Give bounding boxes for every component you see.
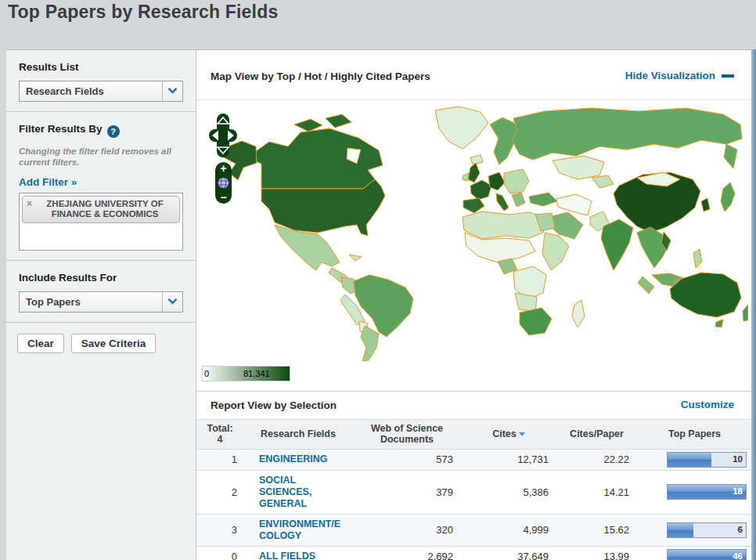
scrollbar-strip[interactable] (751, 49, 756, 560)
cites-per-paper-cell: 22.22 (556, 450, 637, 469)
cites-cell: 4,999 (461, 520, 556, 540)
top-papers-bar: 6 (667, 522, 747, 538)
map-pan-control[interactable] (208, 113, 238, 158)
collapse-minus-icon[interactable] (722, 74, 734, 78)
chevron-down-icon (162, 81, 182, 101)
remove-filter-icon[interactable]: × (27, 199, 32, 209)
map-region-spain (463, 198, 484, 213)
table-row: 0 ALL FIELDS 2,692 37,649 13.99 46 (196, 547, 752, 560)
map-region-madagascar (572, 300, 585, 327)
customize-link[interactable]: Customize (681, 399, 734, 410)
map-region-france (470, 180, 491, 200)
save-criteria-button[interactable]: Save Criteria (71, 334, 157, 353)
field-link[interactable]: ALL FIELDS (259, 551, 315, 560)
chevron-down-icon (162, 292, 182, 312)
filter-tag-label: ZHEJIANG UNIVERSITY OF FINANCE & ECONOMI… (35, 199, 175, 219)
column-header-top-papers[interactable]: Top Papers (637, 425, 752, 443)
filter-section: Filter Results By? Changing the filter f… (6, 112, 196, 261)
table-row: 2 SOCIAL SCIENCES, GENERAL 379 5,386 14.… (196, 471, 752, 515)
map-region-japan (721, 182, 735, 211)
documents-cell: 573 (353, 450, 461, 469)
report-table: Total: 4 Research Fields Web of Science … (196, 419, 752, 560)
cites-cell: 5,386 (461, 482, 556, 502)
field-link[interactable]: ENVIRONMENT/ECOLOGY (259, 518, 340, 541)
sort-caret-icon (519, 432, 525, 436)
field-cell: ENGINEERING (243, 450, 353, 469)
bar-fill (668, 523, 693, 537)
sidebar: Results List Research Fields Filter Resu… (6, 49, 196, 560)
top-papers-cell: 6 (637, 520, 752, 540)
map-region-india (601, 219, 633, 270)
total-count-header: Total: 4 (196, 420, 243, 449)
rank-cell: 1 (196, 450, 243, 469)
zoom-out-button[interactable]: − (220, 193, 226, 202)
bar-value: 10 (733, 454, 743, 464)
filter-note: Changing the filter field removes all cu… (19, 146, 182, 168)
clear-button[interactable]: Clear (17, 334, 64, 353)
column-header-research-fields[interactable]: Research Fields (243, 425, 353, 443)
results-list-label: Results List (19, 61, 182, 73)
top-papers-bar: 10 (667, 452, 747, 468)
top-papers-bar: 18 (667, 484, 747, 500)
column-header-wos-documents[interactable]: Web of Science Documents (353, 420, 461, 449)
results-list-dropdown[interactable]: Research Fields (19, 81, 183, 102)
field-link[interactable]: ENGINEERING (259, 453, 328, 464)
map-zoom-control[interactable]: + − (215, 162, 232, 204)
column-header-cites[interactable]: Cites (461, 425, 556, 443)
results-list-dropdown-value: Research Fields (20, 85, 162, 97)
zoom-in-button[interactable]: + (220, 164, 226, 173)
world-map[interactable] (200, 101, 748, 363)
filter-results-by-label: Filter Results By? (19, 123, 182, 138)
bar-value: 18 (733, 486, 743, 496)
map-color-legend: 0 81,341 (202, 366, 290, 381)
map-area: + − 0 81,341 (196, 101, 751, 391)
page-title: Top Papers by Research Fields (8, 2, 278, 23)
field-cell: SOCIAL SCIENCES, GENERAL (243, 471, 353, 514)
rank-cell: 3 (196, 520, 243, 540)
table-row: 1 ENGINEERING 573 12,731 22.22 10 (196, 450, 752, 471)
field-cell: ALL FIELDS (243, 547, 353, 560)
report-view-title: Report View by Selection (211, 399, 337, 411)
map-region-russia (512, 108, 742, 160)
top-papers-bar: 46 (667, 549, 747, 560)
top-papers-cell: 18 (637, 482, 752, 502)
field-cell: ENVIRONMENT/ECOLOGY (243, 515, 353, 546)
map-region-australia (670, 273, 741, 317)
map-region-germany (488, 172, 505, 190)
map-region-greenland (435, 107, 488, 149)
include-results-dropdown-value: Top Papers (20, 296, 162, 308)
bar-fill (668, 453, 711, 467)
cites-per-paper-cell: 15.62 (556, 520, 637, 540)
cites-cell: 37,649 (461, 547, 556, 560)
field-link[interactable]: SOCIAL SCIENCES, GENERAL (259, 475, 311, 509)
filter-tag[interactable]: × ZHEJIANG UNIVERSITY OF FINANCE & ECONO… (22, 196, 180, 223)
map-view-title: Map View by Top / Hot / Highly Cited Pap… (211, 70, 430, 82)
column-header-cites-per-paper[interactable]: Cites/Paper (556, 425, 637, 443)
bar-value: 46 (733, 551, 743, 560)
hide-visualization-link[interactable]: Hide Visualization (625, 70, 734, 81)
rank-cell: 0 (196, 547, 243, 560)
rank-cell: 2 (196, 482, 243, 502)
results-list-section: Results List Research Fields (6, 50, 196, 112)
map-region-south-africa (520, 308, 552, 335)
table-header-row: Total: 4 Research Fields Web of Science … (196, 419, 752, 450)
top-papers-cell: 10 (637, 450, 752, 470)
report-view-header: Report View by Selection Customize (196, 391, 751, 419)
esi-top-papers-screen: Top Papers by Research Fields Results Li… (0, 0, 756, 560)
map-region-canada (247, 128, 383, 189)
include-results-dropdown[interactable]: Top Papers (19, 291, 183, 313)
legend-min-value: 0 (204, 369, 209, 378)
include-results-label: Include Results For (19, 272, 182, 284)
top-papers-cell: 46 (637, 547, 752, 560)
legend-max-value: 81,341 (243, 369, 270, 378)
main-panel: Map View by Top / Hot / Highly Cited Pap… (196, 49, 751, 560)
map-view-header: Map View by Top / Hot / Highly Cited Pap… (196, 50, 751, 100)
documents-cell: 2,692 (353, 547, 461, 560)
include-results-section: Include Results For Top Papers (6, 261, 196, 323)
cites-cell: 12,731 (461, 450, 556, 469)
documents-cell: 320 (353, 520, 461, 540)
globe-icon[interactable] (218, 177, 229, 189)
help-icon[interactable]: ? (107, 125, 120, 138)
add-filter-link[interactable]: Add Filter » (19, 176, 77, 188)
map-regions[interactable] (224, 107, 748, 361)
